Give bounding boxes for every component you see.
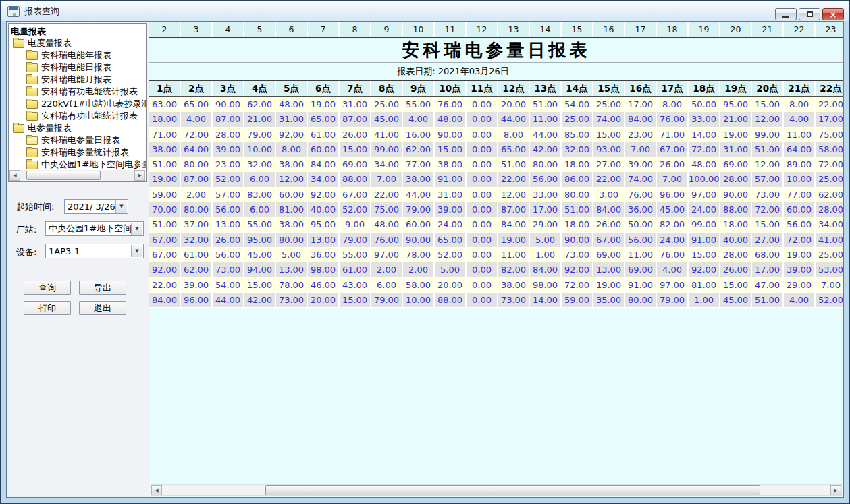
table-row: 71.0072.0028.0079.0092.0061.0026.0041.00…	[149, 128, 843, 142]
table-cell: 45.00	[657, 202, 689, 217]
table-cell: 83.00	[244, 188, 276, 202]
table-cell: 45.00	[720, 293, 752, 307]
table-cell: 76.00	[657, 248, 689, 262]
tree-item[interactable]: 220kV(1#电站)电表抄录汇总	[9, 98, 146, 110]
tree-item[interactable]: 安科瑞电能日报表	[9, 61, 146, 74]
table-cell: 69.00	[593, 248, 625, 262]
scrollbar-thumb[interactable]	[26, 171, 101, 180]
scroll-left-button[interactable]: ◀	[151, 485, 162, 495]
column-number-cell: 12	[467, 22, 498, 37]
app-icon	[7, 6, 20, 17]
table-cell: 71.00	[149, 128, 181, 142]
hour-header-cell: 22点	[816, 81, 843, 96]
table-cell: 96.00	[657, 188, 689, 202]
table-cell: 79.00	[403, 202, 435, 217]
folder-icon	[13, 39, 24, 48]
table-row: 70.0080.0056.006.0081.0040.0052.0075.007…	[149, 202, 843, 217]
table-cell: 26.00	[720, 262, 752, 277]
table-cell: 44.00	[530, 128, 562, 142]
scroll-right-button[interactable]: ▶	[134, 170, 145, 181]
report-data: 63.0065.0090.0062.0048.0019.0031.0025.00…	[149, 97, 843, 308]
table-cell: 25.00	[371, 97, 403, 111]
tree-item[interactable]: 电度量报表	[9, 37, 146, 49]
table-cell: 56.00	[530, 172, 562, 186]
table-cell: 77.00	[403, 157, 435, 171]
tree-item-label: 220kV(1#电站)电表抄录汇总	[41, 98, 146, 110]
table-cell: 15.00	[340, 142, 371, 157]
table-cell: 6.00	[244, 172, 276, 186]
table-cell: 72.00	[816, 157, 843, 171]
tree-item[interactable]: 安科瑞有功电能统计报表	[9, 110, 146, 122]
table-cell: 95.00	[244, 233, 276, 247]
table-cell: 46.00	[308, 278, 340, 292]
titlebar: 报表查询 ×	[1, 1, 849, 21]
column-number-header: 234567891011121314151617181920212223	[149, 22, 843, 38]
table-cell: 70.00	[149, 202, 181, 217]
table-cell: 33.00	[530, 188, 562, 202]
scroll-left-button[interactable]: ◀	[9, 170, 20, 181]
table-cell: 62.00	[181, 262, 213, 277]
table-cell: 65.00	[181, 97, 213, 111]
table-row: 22.0039.0054.0015.0078.0046.0043.006.005…	[149, 278, 843, 293]
report-date: 报表日期: 2021年03月26日	[397, 65, 509, 78]
table-cell: 97.00	[371, 248, 403, 262]
chevron-down-icon[interactable]: ▼	[115, 200, 127, 213]
start-date-picker[interactable]: 2021/ 3/26 ▼	[64, 199, 128, 214]
table-cell: 72.00	[784, 233, 816, 247]
scroll-right-button[interactable]: ▶	[830, 485, 841, 495]
table-horizontal-scrollbar[interactable]: ◀ ▶	[151, 484, 842, 496]
table-cell: 13.00	[308, 233, 340, 247]
tree-item[interactable]: 中央公园1#地下空间电参量	[9, 159, 146, 171]
table-cell: 10.00	[244, 142, 276, 157]
client-area: 电量报表 电度量报表安科瑞电能年报表安科瑞电能日报表安科瑞电能月报表安科瑞有功电…	[6, 21, 844, 498]
tree-horizontal-scrollbar[interactable]: ◀ ▶	[9, 170, 145, 181]
table-cell: 0.00	[467, 128, 498, 142]
table-cell: 59.00	[149, 188, 181, 202]
table-cell: 0.00	[467, 97, 498, 111]
table-cell: 25.00	[816, 248, 843, 262]
column-number-cell: 5	[244, 22, 276, 37]
exit-button[interactable]: 退出	[79, 301, 126, 315]
tree-item[interactable]: 安科瑞有功电能统计报表	[9, 86, 146, 98]
chevron-down-icon[interactable]: ▼	[131, 245, 142, 257]
tree-root-label[interactable]: 电量报表	[9, 24, 146, 37]
folder-icon	[26, 76, 38, 84]
hour-header-cell: 6点	[308, 81, 340, 96]
table-cell: 90.00	[213, 97, 244, 111]
hour-header-cell: 9点	[403, 81, 435, 96]
minimize-button[interactable]	[775, 8, 797, 20]
export-button[interactable]: 导出	[79, 281, 126, 295]
column-number-cell: 15	[562, 22, 593, 37]
table-cell: 80.00	[276, 233, 308, 247]
table-row: 51.0037.0013.0055.0038.0095.009.0048.006…	[149, 217, 843, 232]
table-cell: 39.00	[784, 262, 816, 277]
table-cell: 18.00	[720, 217, 752, 231]
table-cell: 34.00	[371, 157, 403, 171]
maximize-button[interactable]	[799, 8, 820, 20]
table-cell: 77.00	[784, 188, 816, 202]
tree-item[interactable]: 安科瑞电参量统计报表	[9, 146, 146, 159]
print-button[interactable]: 打印	[24, 301, 71, 315]
table-cell: 93.00	[593, 142, 625, 157]
device-select[interactable]: 1AP3-1 ▼	[45, 244, 144, 258]
scrollbar-thumb[interactable]	[265, 485, 760, 495]
tree-item[interactable]: 安科瑞电能月报表	[9, 74, 146, 86]
station-select[interactable]: 中央公园1#地下空间 ▼	[45, 221, 144, 236]
table-cell: 28.00	[720, 248, 752, 262]
close-button[interactable]: ×	[822, 8, 844, 20]
tree-item[interactable]: 安科瑞电能年报表	[9, 49, 146, 61]
tree-item[interactable]: 电参量报表	[9, 122, 146, 134]
chevron-down-icon[interactable]: ▼	[131, 223, 142, 235]
table-cell: 97.00	[689, 188, 720, 202]
table-cell: 48.00	[435, 112, 467, 126]
folder-icon	[26, 63, 38, 72]
tree-items: 电度量报表安科瑞电能年报表安科瑞电能日报表安科瑞电能月报表安科瑞有功电能统计报表…	[9, 37, 146, 171]
table-cell: 87.00	[213, 112, 244, 126]
query-button[interactable]: 查询	[24, 281, 71, 295]
table-row: 59.002.0057.0083.0060.0092.0067.0022.004…	[149, 188, 843, 202]
table-cell: 65.00	[435, 233, 467, 247]
device-value: 1AP3-1	[49, 246, 143, 256]
tree-item[interactable]: 安科瑞电参量日报表	[9, 134, 146, 146]
table-cell: 24.00	[689, 202, 720, 217]
table-cell: 82.00	[498, 262, 530, 277]
